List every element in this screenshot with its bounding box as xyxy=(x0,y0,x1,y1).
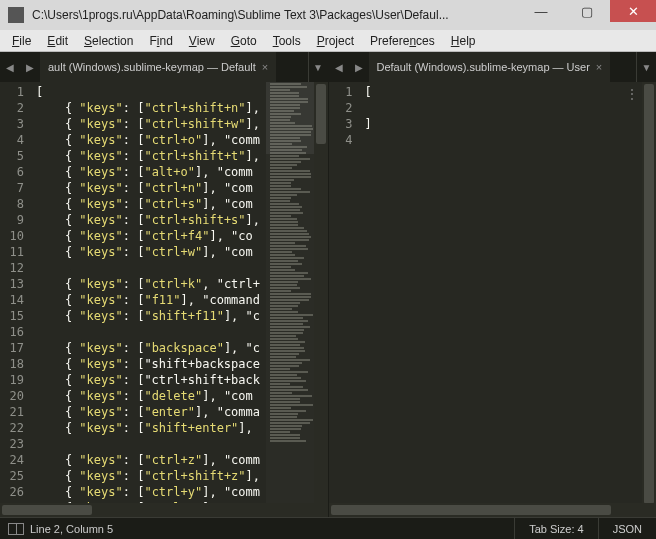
tab-user-keymap[interactable]: Default (Windows).sublime-keymap — User … xyxy=(369,52,612,82)
code-line[interactable] xyxy=(361,100,657,116)
line-number: 4 xyxy=(6,132,24,148)
line-number: 3 xyxy=(335,116,353,132)
tab-menu-button[interactable]: ▼ xyxy=(636,52,656,82)
menu-help[interactable]: Help xyxy=(443,32,484,50)
line-number: 19 xyxy=(6,372,24,388)
menu-find[interactable]: Find xyxy=(141,32,180,50)
line-number: 1 xyxy=(335,84,353,100)
menu-bar: File Edit Selection Find View Goto Tools… xyxy=(0,30,656,52)
tab-label: ault (Windows).sublime-keymap — Default xyxy=(48,61,256,73)
tab-default-keymap[interactable]: ault (Windows).sublime-keymap — Default … xyxy=(40,52,277,82)
tab-label: Default (Windows).sublime-keymap — User xyxy=(377,61,590,73)
line-number: 6 xyxy=(6,164,24,180)
line-number: 18 xyxy=(6,356,24,372)
line-number: 22 xyxy=(6,420,24,436)
gutter: 1234567891011121314151617181920212223242… xyxy=(0,82,32,517)
line-number: 15 xyxy=(6,308,24,324)
vertical-scrollbar[interactable] xyxy=(642,82,656,503)
line-number: 24 xyxy=(6,452,24,468)
line-number: 20 xyxy=(6,388,24,404)
tab-menu-button[interactable]: ▼ xyxy=(308,52,328,82)
code-line[interactable]: [ xyxy=(361,84,657,100)
menu-preferences[interactable]: Preferences xyxy=(362,32,443,50)
line-number: 26 xyxy=(6,484,24,500)
minimap-viewport[interactable] xyxy=(266,82,314,154)
editor-left[interactable]: 1234567891011121314151617181920212223242… xyxy=(0,82,328,517)
line-number: 1 xyxy=(6,84,24,100)
vertical-scrollbar[interactable] xyxy=(314,82,328,503)
line-number: 3 xyxy=(6,116,24,132)
line-number: 14 xyxy=(6,292,24,308)
menu-view[interactable]: View xyxy=(181,32,223,50)
line-number: 2 xyxy=(6,100,24,116)
horizontal-scrollbar[interactable] xyxy=(0,503,328,517)
line-number: 5 xyxy=(6,148,24,164)
line-number: 12 xyxy=(6,260,24,276)
pane-left: ◀ ▶ ault (Windows).sublime-keymap — Defa… xyxy=(0,52,328,517)
status-bar: Line 2, Column 5 Tab Size: 4 JSON xyxy=(0,517,656,539)
editor-right[interactable]: 1234 [ ] ⋮ xyxy=(329,82,657,517)
line-number: 10 xyxy=(6,228,24,244)
scrollbar-thumb[interactable] xyxy=(316,84,326,144)
gutter: 1234 xyxy=(329,82,361,517)
line-number: 8 xyxy=(6,196,24,212)
scrollbar-thumb[interactable] xyxy=(644,84,654,504)
pane-right: ◀ ▶ Default (Windows).sublime-keymap — U… xyxy=(328,52,657,517)
minimize-button[interactable]: — xyxy=(518,0,564,22)
line-number: 16 xyxy=(6,324,24,340)
more-icon[interactable]: ⋮ xyxy=(626,86,638,102)
horizontal-scrollbar[interactable] xyxy=(329,503,657,517)
tab-bar-left: ◀ ▶ ault (Windows).sublime-keymap — Defa… xyxy=(0,52,328,82)
menu-project[interactable]: Project xyxy=(309,32,362,50)
code-area[interactable]: [ ] xyxy=(361,82,657,517)
maximize-button[interactable]: ▢ xyxy=(564,0,610,22)
app-icon xyxy=(8,7,24,23)
menu-edit[interactable]: Edit xyxy=(39,32,76,50)
main-area: ◀ ▶ ault (Windows).sublime-keymap — Defa… xyxy=(0,52,656,517)
line-number: 4 xyxy=(335,132,353,148)
tab-bar-right: ◀ ▶ Default (Windows).sublime-keymap — U… xyxy=(329,52,657,82)
tab-close-icon[interactable]: × xyxy=(596,61,602,73)
title-bar: C:\Users\1progs.ru\AppData\Roaming\Subli… xyxy=(0,0,656,30)
menu-selection[interactable]: Selection xyxy=(76,32,141,50)
tab-nav-prev[interactable]: ◀ xyxy=(329,52,349,82)
line-number: 23 xyxy=(6,436,24,452)
status-tab-size[interactable]: Tab Size: 4 xyxy=(514,518,597,539)
line-number: 17 xyxy=(6,340,24,356)
tab-nav-next[interactable]: ▶ xyxy=(20,52,40,82)
line-number: 2 xyxy=(335,100,353,116)
line-number: 21 xyxy=(6,404,24,420)
close-button[interactable]: ✕ xyxy=(610,0,656,22)
panel-switch-icon[interactable] xyxy=(8,523,24,535)
minimap[interactable] xyxy=(266,82,314,503)
scrollbar-thumb[interactable] xyxy=(2,505,92,515)
line-number: 25 xyxy=(6,468,24,484)
tab-nav-next[interactable]: ▶ xyxy=(349,52,369,82)
line-number: 7 xyxy=(6,180,24,196)
line-number: 9 xyxy=(6,212,24,228)
tab-nav-prev[interactable]: ◀ xyxy=(0,52,20,82)
status-syntax[interactable]: JSON xyxy=(598,518,656,539)
code-line[interactable] xyxy=(361,132,657,148)
status-position[interactable]: Line 2, Column 5 xyxy=(30,523,113,535)
tab-close-icon[interactable]: × xyxy=(262,61,268,73)
menu-tools[interactable]: Tools xyxy=(265,32,309,50)
line-number: 11 xyxy=(6,244,24,260)
menu-file[interactable]: File xyxy=(4,32,39,50)
scrollbar-thumb[interactable] xyxy=(331,505,611,515)
menu-goto[interactable]: Goto xyxy=(223,32,265,50)
code-line[interactable]: ] xyxy=(361,116,657,132)
line-number: 13 xyxy=(6,276,24,292)
